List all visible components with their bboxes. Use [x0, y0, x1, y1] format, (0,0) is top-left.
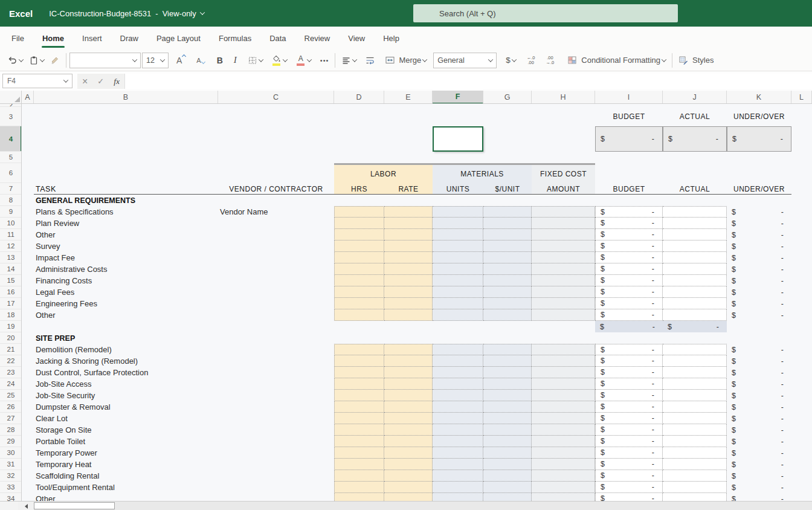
excel-logo[interactable]: Excel: [9, 8, 33, 19]
cell-K10[interactable]: $-: [727, 218, 791, 229]
cell-K18[interactable]: $-: [727, 309, 791, 321]
row-header-34[interactable]: 34: [0, 493, 22, 501]
cell-E13[interactable]: [384, 252, 433, 263]
cell-I28[interactable]: $-: [595, 424, 663, 436]
cell-J12[interactable]: [663, 240, 727, 252]
cell-G14[interactable]: [483, 263, 532, 275]
tab-review[interactable]: Review: [295, 27, 340, 50]
cell-D28[interactable]: [334, 424, 384, 436]
row-header-6[interactable]: 6: [0, 163, 22, 183]
cell-B11[interactable]: Other: [34, 229, 218, 240]
cell-E16[interactable]: [384, 286, 433, 298]
tab-insert[interactable]: Insert: [73, 27, 111, 50]
row-header-28[interactable]: 28: [0, 424, 22, 436]
cell-G9[interactable]: [483, 206, 532, 218]
cell-H23[interactable]: [532, 367, 595, 378]
cell-K30[interactable]: $-: [727, 447, 791, 459]
row-header-17[interactable]: 17: [0, 298, 22, 309]
cell-D32[interactable]: [334, 470, 384, 482]
cell-H33[interactable]: [532, 482, 595, 493]
cell-G34[interactable]: [483, 493, 532, 501]
cell-J13[interactable]: [663, 252, 727, 263]
cell-D13[interactable]: [334, 252, 384, 263]
column-header-B[interactable]: B: [34, 91, 218, 104]
cell-I34[interactable]: $-: [595, 493, 663, 501]
cell-E18[interactable]: [384, 309, 433, 321]
cell-J27[interactable]: [663, 413, 727, 424]
cell-F32[interactable]: [433, 470, 483, 482]
cell-K32[interactable]: $-: [727, 470, 791, 482]
cell-J18[interactable]: [663, 309, 727, 321]
cell-B28[interactable]: Storage On Site: [34, 424, 218, 436]
cell-D21[interactable]: [334, 344, 384, 355]
italic-button[interactable]: I: [231, 52, 240, 69]
cell-K13[interactable]: $-: [727, 252, 791, 263]
cell-H16[interactable]: [532, 286, 595, 298]
cell-D25[interactable]: [334, 390, 384, 401]
row-header-33[interactable]: 33: [0, 482, 22, 493]
cell-G22[interactable]: [483, 355, 532, 367]
cell-I15[interactable]: $-: [595, 275, 663, 286]
cell-K28[interactable]: $-: [727, 424, 791, 436]
cell-J15[interactable]: [663, 275, 727, 286]
cell-F27[interactable]: [433, 413, 483, 424]
cell-H12[interactable]: [532, 240, 595, 252]
cell-D22[interactable]: [334, 355, 384, 367]
cell-E27[interactable]: [384, 413, 433, 424]
cell-B10[interactable]: Plan Review: [34, 218, 218, 229]
cell-E26[interactable]: [384, 401, 433, 413]
cell-B22[interactable]: Jacking & Shoring (Remodel): [34, 355, 218, 367]
row-header-3[interactable]: 3: [0, 107, 22, 126]
cell-B13[interactable]: Impact Fee: [34, 252, 218, 263]
column-header-J[interactable]: J: [663, 91, 727, 104]
cell-I18[interactable]: $-: [595, 309, 663, 321]
cell-I17[interactable]: $-: [595, 298, 663, 309]
row-header-13[interactable]: 13: [0, 252, 22, 263]
cell-F24[interactable]: [433, 378, 483, 390]
cell-K12[interactable]: $-: [727, 240, 791, 252]
cell-G33[interactable]: [483, 482, 532, 493]
cell-G26[interactable]: [483, 401, 532, 413]
cell-G30[interactable]: [483, 447, 532, 459]
cell-I4[interactable]: $-: [595, 126, 663, 152]
cell-J14[interactable]: [663, 263, 727, 275]
cell-B26[interactable]: Dumpster & Removal: [34, 401, 218, 413]
cell-F33[interactable]: [433, 482, 483, 493]
cell-H30[interactable]: [532, 447, 595, 459]
cell-E11[interactable]: [384, 229, 433, 240]
undo-button[interactable]: [5, 52, 26, 69]
font-color-button[interactable]: A: [293, 52, 314, 69]
cell-B16[interactable]: Legal Fees: [34, 286, 218, 298]
insert-function-icon[interactable]: fx: [114, 77, 120, 86]
cell-B33[interactable]: Tool/Equipment Rental: [34, 482, 218, 493]
cell-K27[interactable]: $-: [727, 413, 791, 424]
select-all-button[interactable]: [0, 91, 22, 104]
cell-G25[interactable]: [483, 390, 532, 401]
cell-J31[interactable]: [663, 459, 727, 470]
cell-I26[interactable]: $-: [595, 401, 663, 413]
cell-K29[interactable]: $-: [727, 436, 791, 447]
row-header-15[interactable]: 15: [0, 275, 22, 286]
row-header-14[interactable]: 14: [0, 263, 22, 275]
row-header-27[interactable]: 27: [0, 413, 22, 424]
cell-I23[interactable]: $-: [595, 367, 663, 378]
row-header-26[interactable]: 26: [0, 401, 22, 413]
cell-H29[interactable]: [532, 436, 595, 447]
cell-F26[interactable]: [433, 401, 483, 413]
cell-E34[interactable]: [384, 493, 433, 501]
cell-D10[interactable]: [334, 218, 384, 229]
cell-I24[interactable]: $-: [595, 378, 663, 390]
cell-H17[interactable]: [532, 298, 595, 309]
fill-color-button[interactable]: [269, 52, 290, 69]
row-header-19[interactable]: 19: [0, 321, 22, 332]
cell-G23[interactable]: [483, 367, 532, 378]
cell-B12[interactable]: Survey: [34, 240, 218, 252]
alignment-button[interactable]: [338, 52, 359, 69]
cell-I21[interactable]: $-: [595, 344, 663, 355]
cell-I33[interactable]: $-: [595, 482, 663, 493]
cell-G13[interactable]: [483, 252, 532, 263]
cell-G27[interactable]: [483, 413, 532, 424]
row-header-30[interactable]: 30: [0, 447, 22, 459]
scrollbar-thumb[interactable]: [34, 502, 115, 509]
row-header-18[interactable]: 18: [0, 309, 22, 321]
